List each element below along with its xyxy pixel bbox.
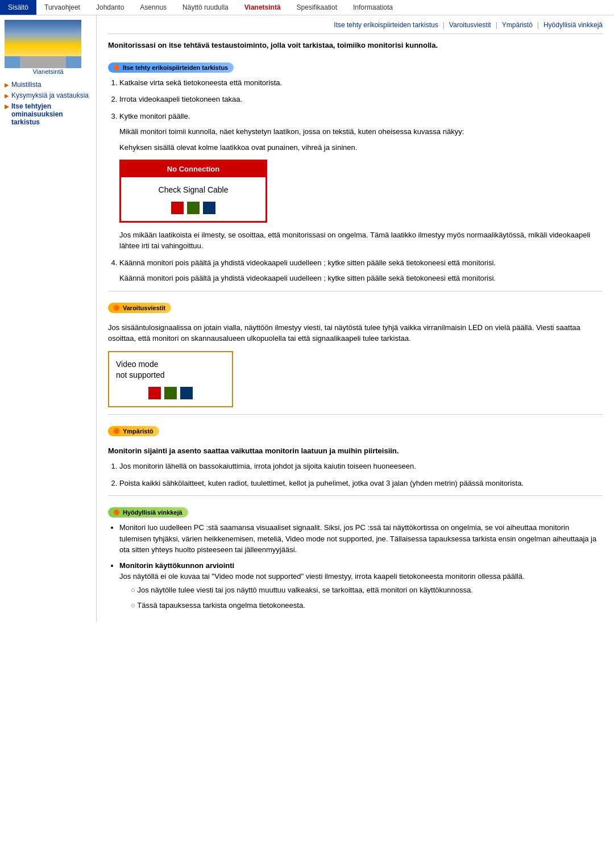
vsquare-blue — [180, 387, 193, 399]
no-connection-header: No Connection — [121, 161, 265, 177]
sidebar-thumbnail — [5, 20, 81, 68]
step3-para1: Mikäli monitori toimii kunnolla, näet ke… — [119, 126, 603, 137]
sidebar-item-itse-tehtyjen[interactable]: ▶ Itse tehtyjen ominaisuuksien tarkistus — [5, 102, 92, 126]
sidebar-link-label: Kysymyksiä ja vastauksia — [11, 91, 89, 99]
sidebar-item-muistilista[interactable]: ▶ Muistilista — [5, 81, 92, 89]
env-step-2-text: Poista kaikki sähkölaitteet, kuten radio… — [119, 479, 524, 487]
arrow-icon: ▶ — [5, 82, 9, 88]
square-blue — [203, 202, 215, 214]
nav-johdanto[interactable]: Johdanto — [88, 0, 132, 15]
sub-navigation: Itse tehty erikoispiirteiden tarkistus |… — [108, 21, 603, 34]
section4-label: Hyödyllisiä vinkkejä — [123, 509, 182, 516]
step-3: Kytke monitori päälle. Mikäli monitori t… — [119, 111, 603, 252]
tips-list: Monitori luo uudelleen PC :stä saamansa … — [119, 522, 603, 611]
tips-subbullets: Jos näytölle tulee viesti tai jos näyttö… — [131, 585, 603, 611]
step-4-text: Käännä monitori pois päältä ja yhdistä v… — [119, 258, 496, 267]
video-color-squares — [116, 387, 225, 399]
sidebar-label: Vianetsintä — [5, 68, 92, 75]
square-green — [187, 202, 200, 214]
check-signal-text: Check Signal Cable — [128, 184, 259, 196]
subnav-link-3[interactable]: Ympäristö — [502, 21, 533, 29]
section1-dot — [114, 65, 119, 70]
sidebar: Vianetsintä ▶ Muistilista ▶ Kysymyksiä j… — [0, 15, 97, 621]
section3-dot — [114, 428, 119, 434]
step3-para2: Kehyksen sisällä olevat kolme laatikkoa … — [119, 142, 603, 153]
steps-list: Katkaise virta sekä tietokoneesta että m… — [119, 77, 603, 284]
no-connection-box: No Connection Check Signal Cable — [119, 160, 267, 223]
separator: | — [496, 21, 497, 29]
vsquare-green — [164, 387, 177, 399]
subnav-link-1[interactable]: Itse tehty erikoispiirteiden tarkistus — [334, 21, 438, 29]
step-2: Irrota videokaapeli tietokoneen takaa. — [119, 94, 603, 105]
nav-naytto[interactable]: Näyttö ruudulla — [175, 0, 237, 15]
subnav-link-4[interactable]: Hyödyllisiä vinkkejä — [544, 21, 603, 29]
section2-button[interactable]: Varoitusviestit — [108, 303, 171, 313]
section4-button[interactable]: Hyödyllisiä vinkkejä — [108, 507, 188, 518]
step4-repeat: Käännä monitori pois päältä ja yhdistä v… — [119, 273, 603, 284]
nav-asennus[interactable]: Asennus — [132, 0, 175, 15]
main-layout: Vianetsintä ▶ Muistilista ▶ Kysymyksiä j… — [0, 15, 614, 621]
nav-vianetsinta[interactable]: Vianetsintä — [237, 0, 289, 15]
env-heading: Monitorin sijainti ja asento saattaa vai… — [108, 445, 603, 457]
monitor-box-body: Check Signal Cable — [121, 177, 265, 221]
section3-button[interactable]: Ympäristö — [108, 426, 159, 436]
step-3-detail: Mikäli monitori toimii kunnolla, näet ke… — [119, 126, 603, 252]
sidebar-item-kysymyksia[interactable]: ▶ Kysymyksiä ja vastauksia — [5, 91, 92, 99]
env-step-2: Poista kaikki sähkölaitteet, kuten radio… — [119, 478, 603, 489]
intro-text: Monitorissasi on itse tehtävä testaustoi… — [108, 40, 603, 51]
step-1: Katkaise virta sekä tietokoneesta että m… — [119, 77, 603, 89]
video-mode-text: Video mode not supported — [116, 359, 225, 381]
section1-label: Itse tehty erikoispiirteiden tarkistus — [123, 64, 228, 71]
video-mode-line1: Video mode — [116, 360, 158, 369]
section1-button[interactable]: Itse tehty erikoispiirteiden tarkistus — [108, 62, 234, 73]
tip-2: Monitorin käyttökunnon arviointi Jos näy… — [119, 560, 603, 611]
tips-subbullet-2-text: Tässä tapauksessa tarkista ongelma tieto… — [137, 601, 305, 610]
step-1-text: Katkaise virta sekä tietokoneesta että m… — [119, 78, 282, 87]
divider-3 — [108, 495, 603, 496]
section4-dot — [114, 510, 119, 515]
nav-sisalto[interactable]: Sisältö — [0, 0, 36, 15]
step3-note: Jos mikään laatikoista ei ilmesty, se os… — [119, 229, 603, 252]
subnav-link-2[interactable]: Varoitusviestit — [449, 21, 491, 29]
warning-para: Jos sisääntulosignaalissa on jotain vial… — [108, 322, 603, 344]
vsquare-red — [148, 387, 161, 399]
tip-1-text: Monitori luo uudelleen PC :stä saamansa … — [119, 523, 596, 554]
divider-1 — [108, 291, 603, 291]
divider-2 — [108, 414, 603, 415]
sidebar-link-label: Muistilista — [11, 81, 42, 89]
separator: | — [537, 21, 539, 29]
color-squares — [128, 202, 259, 214]
arrow-icon: ▶ — [5, 93, 9, 99]
thumbnail-screen — [5, 20, 81, 56]
section2-dot — [114, 305, 119, 311]
env-step-1-text: Jos monitorin lähellä on bassokaiuttimia… — [119, 462, 416, 470]
nav-turvaohjeet[interactable]: Turvaohjeet — [36, 0, 88, 15]
nav-informaatiota[interactable]: Informaatiota — [345, 0, 401, 15]
env-steps-list: Jos monitorin lähellä on bassokaiuttimia… — [119, 461, 603, 489]
sidebar-link-label: Itse tehtyjen ominaisuuksien tarkistus — [11, 102, 92, 126]
step-3-text: Kytke monitori päälle. — [119, 112, 190, 120]
tip-2-heading: Monitorin käyttökunnon arviointi — [119, 561, 234, 570]
nav-spesifikaatiot[interactable]: Spesifikaatiot — [289, 0, 345, 15]
env-step-1: Jos monitorin lähellä on bassokaiuttimia… — [119, 461, 603, 472]
top-navigation: Sisältö Turvaohjeet Johdanto Asennus Näy… — [0, 0, 614, 15]
video-mode-box: Video mode not supported — [108, 351, 233, 407]
video-mode-line2: not supported — [116, 370, 165, 379]
arrow-icon: ▶ — [5, 103, 9, 110]
tips-subbullet-1: Jos näytölle tulee viesti tai jos näyttö… — [131, 585, 603, 596]
separator: | — [443, 21, 445, 29]
tips-subbullet-2: Tässä tapauksessa tarkista ongelma tieto… — [131, 600, 603, 611]
tips-subbullet-1-text: Jos näytölle tulee viesti tai jos näyttö… — [137, 586, 472, 594]
step-4: Käännä monitori pois päältä ja yhdistä v… — [119, 257, 603, 284]
square-red — [171, 202, 184, 214]
content-area: Itse tehty erikoispiirteiden tarkistus |… — [97, 15, 614, 621]
thumbnail-base — [20, 56, 66, 68]
section2-label: Varoitusviestit — [123, 304, 165, 311]
step-2-text: Irrota videokaapeli tietokoneen takaa. — [119, 95, 242, 103]
section3-label: Ympäristö — [123, 428, 154, 435]
tip-1: Monitori luo uudelleen PC :stä saamansa … — [119, 522, 603, 556]
tip-2-para: Jos näytöllä ei ole kuvaa tai "Video mod… — [119, 572, 525, 581]
